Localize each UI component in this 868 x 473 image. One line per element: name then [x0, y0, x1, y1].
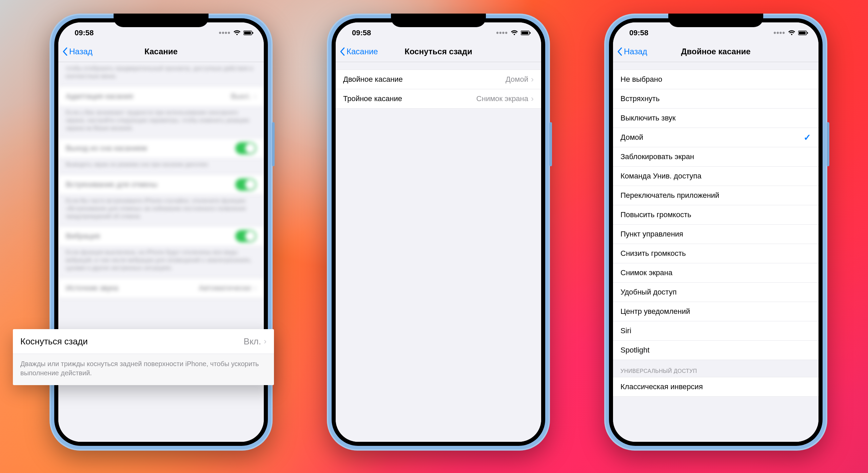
option-label: Переключатель приложений [620, 191, 811, 200]
nav-bar: Назад Касание [58, 41, 264, 62]
option-label: Встряхнуть [620, 94, 811, 103]
back-tap-note: Дважды или трижды коснуться задней повер… [13, 354, 274, 385]
chevron-right-icon: › [531, 75, 534, 84]
option-label: Повысить громкость [620, 210, 811, 219]
triple-tap-label: Тройное касание [343, 94, 476, 103]
chevron-right-icon: › [531, 94, 534, 103]
option-label: Заблокировать экран [620, 152, 811, 161]
option-row[interactable]: Не выбрано [613, 70, 818, 89]
wifi-icon [233, 30, 241, 36]
option-row[interactable]: Повысить громкость [613, 205, 818, 225]
toggle-switch [235, 178, 256, 191]
status-time: 09:58 [344, 26, 371, 37]
back-label: Касание [347, 47, 378, 56]
svg-rect-7 [799, 32, 806, 34]
option-row[interactable]: Siri [613, 321, 818, 341]
wifi-icon [788, 30, 795, 36]
nav-bar: Назад Двойное касание [613, 41, 818, 62]
signal-icon: •••• [773, 29, 785, 37]
option-row[interactable]: Удобный доступ [613, 283, 818, 302]
option-label: Центр уведомлений [620, 307, 811, 316]
toggle-switch [235, 230, 256, 242]
option-label: Снизить громкость [620, 249, 811, 258]
checkmark-icon: ✓ [804, 132, 811, 143]
option-row[interactable]: Встряхнуть [613, 89, 818, 109]
back-tap-value: Вкл. [244, 336, 261, 347]
option-row[interactable]: Заблокировать экран [613, 147, 818, 167]
battery-icon [521, 31, 531, 35]
chevron-left-icon [617, 48, 623, 56]
option-label: Домой [620, 133, 804, 142]
accessibility-section-header: УНИВЕРСАЛЬНЫЙ ДОСТУП [613, 360, 818, 377]
blurred-settings-area: чтобы отобразить предварительный просмот… [58, 62, 264, 298]
back-button[interactable]: Назад [617, 47, 647, 56]
back-tap-label: Коснуться сзади [20, 336, 244, 347]
option-label: Команда Унив. доступа [620, 172, 811, 181]
triple-tap-value: Снимок экрана [476, 94, 528, 103]
back-label: Назад [624, 47, 647, 56]
option-row[interactable]: Снизить громкость [613, 244, 818, 263]
option-label: Siri [620, 326, 811, 335]
option-row[interactable]: Домой✓ [613, 128, 818, 147]
option-row[interactable]: Пункт управления [613, 225, 818, 244]
chevron-left-icon [62, 48, 68, 56]
option-label: Не выбрано [620, 75, 811, 84]
option-row[interactable]: Команда Унив. доступа [613, 167, 818, 186]
status-time: 09:58 [67, 26, 94, 37]
back-tap-callout-card: Коснуться сзади Вкл. › Дважды или трижды… [13, 329, 274, 385]
double-tap-row[interactable]: Двойное касание Домой › [336, 70, 541, 89]
battery-icon [798, 31, 808, 35]
back-label: Назад [69, 47, 93, 56]
option-row[interactable]: Центр уведомлений [613, 302, 818, 321]
triple-tap-row[interactable]: Тройное касание Снимок экрана › [336, 89, 541, 109]
svg-rect-1 [244, 32, 251, 34]
chevron-left-icon [340, 48, 345, 56]
back-button[interactable]: Назад [62, 47, 93, 56]
option-label: Классическая инверсия [620, 382, 811, 391]
option-row[interactable]: Переключатель приложений [613, 186, 818, 205]
option-label: Spotlight [620, 346, 811, 355]
svg-rect-4 [521, 32, 528, 34]
svg-rect-5 [530, 32, 531, 34]
status-time: 09:58 [622, 26, 648, 37]
iphone-frame-3: 09:58 •••• Назад Двойное касание Не выбр… [604, 14, 827, 451]
svg-rect-8 [807, 32, 808, 34]
double-tap-label: Двойное касание [343, 75, 506, 84]
option-label: Пункт управления [620, 230, 811, 239]
back-button[interactable]: Касание [340, 47, 378, 56]
option-label: Удобный доступ [620, 288, 811, 297]
option-row[interactable]: Снимок экрана [613, 263, 818, 283]
option-row[interactable]: Классическая инверсия [613, 377, 818, 397]
battery-icon [243, 31, 254, 35]
option-row[interactable]: Spotlight [613, 341, 818, 360]
toggle-switch [235, 142, 256, 154]
signal-icon: •••• [219, 29, 231, 37]
iphone-frame-2: 09:58 •••• Касание Коснуться сзади Двойн… [327, 14, 550, 451]
svg-rect-2 [252, 32, 253, 34]
signal-icon: •••• [496, 29, 508, 37]
option-label: Выключить звук [620, 114, 811, 122]
wifi-icon [511, 30, 518, 36]
option-label: Снимок экрана [620, 268, 811, 277]
chevron-right-icon: › [264, 337, 267, 346]
option-row[interactable]: Выключить звук [613, 109, 818, 128]
back-tap-row[interactable]: Коснуться сзади Вкл. › [13, 329, 274, 354]
nav-bar: Касание Коснуться сзади [336, 41, 541, 62]
double-tap-value: Домой [506, 75, 528, 84]
